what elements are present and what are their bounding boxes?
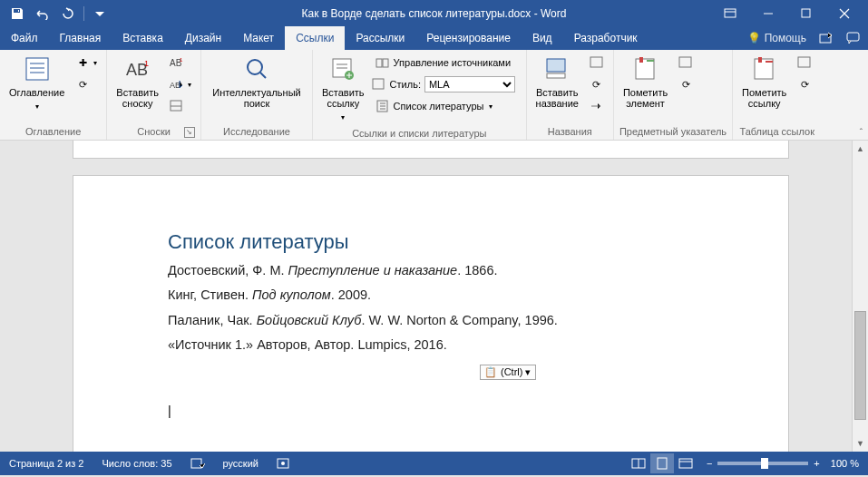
insert-index-button[interactable]: [675, 53, 697, 73]
style-icon: [372, 78, 386, 91]
refresh-icon: ⟳: [75, 77, 90, 92]
style-label: Стиль:: [390, 79, 421, 90]
vertical-scrollbar[interactable]: ▲ ▼: [852, 141, 868, 452]
bibliography-button[interactable]: Список литературы▾: [372, 96, 521, 116]
scroll-down-button[interactable]: ▼: [853, 435, 868, 452]
undo-button[interactable]: [31, 2, 54, 25]
cross-reference-button[interactable]: [586, 96, 608, 116]
citation-style-select[interactable]: MLA: [424, 76, 515, 92]
group-label-citations: Ссылки и списки литературы: [318, 125, 521, 141]
insert-caption-button[interactable]: Вставить название: [532, 53, 582, 111]
show-notes-icon: [170, 99, 184, 113]
refresh-icon: ⟳: [797, 77, 812, 92]
tab-view[interactable]: Вид: [522, 26, 563, 50]
tab-file[interactable]: Файл: [0, 26, 49, 50]
mark-entry-button[interactable]: Пометить элемент: [619, 53, 671, 111]
spellcheck-button[interactable]: [181, 452, 214, 475]
redo-button[interactable]: [56, 2, 80, 25]
share-button[interactable]: [819, 32, 834, 44]
tab-developer[interactable]: Разработчик: [563, 26, 649, 50]
comments-button[interactable]: [846, 32, 861, 44]
show-notes-button[interactable]: [166, 96, 195, 116]
caption-icon: [542, 54, 571, 83]
update-toa-button[interactable]: ⟳: [794, 74, 815, 94]
bib-entry: Достоевский, Ф. М. Преступление и наказа…: [168, 263, 694, 278]
svg-rect-33: [679, 459, 692, 468]
minimize-button[interactable]: [750, 1, 786, 26]
status-bar: Страница 2 из 2 Число слов: 35 русский −…: [0, 452, 868, 475]
tab-review[interactable]: Рецензирование: [415, 26, 522, 50]
insert-figures-table-button[interactable]: [586, 53, 608, 73]
footnote-icon: AB1: [123, 54, 152, 83]
update-index-button[interactable]: ⟳: [675, 74, 697, 94]
macro-indicator[interactable]: [268, 452, 298, 475]
group-label-footnotes: Сноски↘: [112, 123, 195, 140]
read-mode-button[interactable]: [627, 453, 650, 473]
insert-footnote-button[interactable]: AB1 Вставить сноску: [112, 53, 162, 111]
page-indicator[interactable]: Страница 2 из 2: [0, 452, 93, 475]
language-indicator[interactable]: русский: [214, 452, 268, 475]
toc-button[interactable]: Оглавление▾: [5, 53, 68, 114]
insert-toa-icon: [797, 55, 812, 70]
tell-me[interactable]: 💡Помощь: [747, 32, 806, 44]
svg-rect-32: [658, 458, 667, 469]
svg-rect-23: [679, 57, 691, 67]
refresh-icon: ⟳: [678, 77, 693, 92]
update-toc-button[interactable]: ⟳: [72, 74, 101, 94]
smart-lookup-button[interactable]: Интеллектуальный поиск: [207, 53, 307, 111]
bibliography-heading: Список литературы: [168, 230, 694, 254]
next-footnote-icon: AB: [170, 77, 184, 92]
word-count[interactable]: Число слов: 35: [93, 452, 180, 475]
page[interactable]: Список литературы Достоевский, Ф. М. Пре…: [73, 175, 789, 452]
svg-text:1: 1: [144, 59, 149, 68]
add-text-button[interactable]: ✚▾: [72, 53, 101, 73]
tab-references[interactable]: Ссылки: [285, 26, 345, 50]
zoom-level[interactable]: 100 %: [831, 458, 859, 469]
group-label-captions: Названия: [532, 123, 608, 140]
svg-rect-4: [26, 58, 48, 80]
zoom-slider[interactable]: [717, 462, 808, 465]
qat-customize[interactable]: [88, 2, 112, 25]
citation-style-row: Стиль: MLA: [372, 74, 521, 94]
bib-entry: «Источник 1.» Авторов, Автор. Lumpics, 2…: [168, 337, 694, 353]
svg-rect-22: [639, 57, 643, 63]
insert-toa-button[interactable]: [794, 53, 815, 73]
web-layout-button[interactable]: [674, 453, 697, 473]
svg-rect-21: [636, 59, 654, 79]
tab-home[interactable]: Главная: [49, 26, 112, 50]
svg-point-11: [248, 60, 262, 74]
ribbon-options-button[interactable]: [712, 1, 748, 26]
tab-insert[interactable]: Вставка: [112, 26, 174, 50]
manage-sources-button[interactable]: Управление источниками: [372, 53, 521, 73]
save-button[interactable]: [5, 2, 29, 25]
endnote-icon: AB1: [170, 55, 184, 70]
collapse-ribbon-button[interactable]: ˆ: [860, 128, 863, 138]
footnotes-launcher[interactable]: ↘: [184, 127, 195, 138]
zoom-knob[interactable]: [761, 458, 768, 469]
title-bar: Как в Ворде сделать список литературы.do…: [0, 0, 868, 26]
insert-citation-button[interactable]: Вставить ссылку▾: [318, 53, 368, 125]
scroll-thumb[interactable]: [854, 311, 866, 420]
maximize-button[interactable]: [788, 1, 824, 26]
svg-rect-3: [847, 33, 859, 41]
print-layout-button[interactable]: [650, 453, 674, 473]
group-citations: Вставить ссылку▾ Управление источниками …: [313, 50, 527, 140]
tab-layout[interactable]: Макет: [232, 26, 285, 50]
tab-mailings[interactable]: Рассылки: [345, 26, 415, 50]
svg-rect-16: [373, 79, 384, 89]
mark-entry-icon: [631, 54, 660, 83]
paste-options-button[interactable]: 📋(Ctrl) ▾: [480, 365, 536, 380]
group-research: Интеллектуальный поиск Исследование: [201, 50, 313, 140]
scroll-up-button[interactable]: ▲: [853, 141, 868, 157]
tab-design[interactable]: Дизайн: [174, 26, 232, 50]
next-footnote-button[interactable]: AB▾: [166, 74, 195, 94]
zoom-out-button[interactable]: −: [707, 458, 712, 469]
close-button[interactable]: [826, 1, 863, 26]
spellcheck-icon: [190, 457, 205, 470]
svg-text:1: 1: [180, 57, 183, 63]
scroll-track[interactable]: [853, 157, 868, 435]
zoom-in-button[interactable]: +: [814, 458, 819, 469]
mark-citation-button[interactable]: Пометить ссылку: [738, 53, 790, 111]
update-figures-button[interactable]: ⟳: [586, 74, 608, 94]
insert-endnote-button[interactable]: AB1: [166, 53, 195, 73]
